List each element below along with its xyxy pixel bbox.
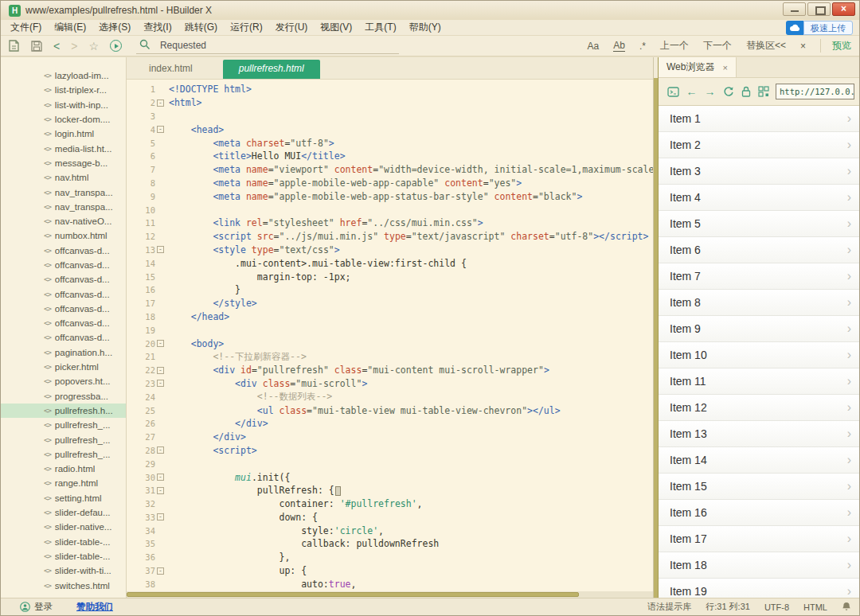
code-line[interactable]: 21 <!--下拉刷新容器--> — [127, 350, 653, 364]
fold-toggle-icon[interactable]: - — [157, 567, 164, 575]
save-button[interactable] — [31, 41, 42, 52]
lock-icon[interactable] — [741, 86, 751, 97]
bookmark-star-icon[interactable]: ☆ — [88, 40, 99, 53]
file-item[interactable]: <>list-with-inp... — [1, 98, 126, 112]
code-line[interactable]: 31- pullRefresh: { — [127, 484, 653, 497]
file-item[interactable]: <>popovers.ht... — [1, 374, 126, 388]
notification-bell-icon[interactable] — [842, 602, 851, 612]
code-line[interactable]: 24 <!--数据列表--> — [127, 390, 653, 404]
file-item[interactable]: <>switches.html — [1, 578, 126, 592]
code-line[interactable]: 7 <meta name="viewport" content="width=d… — [127, 163, 653, 177]
menu-item-2[interactable]: 编辑(E) — [54, 21, 86, 34]
file-item[interactable]: <>picker.html — [1, 360, 126, 374]
horizontal-scrollbar-thumb[interactable] — [127, 592, 579, 597]
file-item[interactable]: <>setting.html — [1, 491, 126, 505]
code-line[interactable]: 18 </head> — [127, 310, 653, 324]
file-item[interactable]: <>pullrefresh_... — [1, 447, 126, 462]
new-file-button[interactable] — [9, 40, 20, 52]
file-item[interactable]: <>slider-native... — [1, 520, 126, 534]
code-line[interactable]: 33- down: { — [127, 511, 653, 524]
code-line[interactable]: 29 — [127, 457, 653, 470]
address-bar-input[interactable]: http://127.0.0.1:8 — [776, 84, 854, 99]
list-item[interactable]: Item 18› — [659, 552, 859, 579]
code-line[interactable]: 13- <style type="text/css"> — [127, 244, 653, 257]
menu-item-1[interactable]: 文件(F) — [10, 21, 41, 34]
code-line[interactable]: 6 <title>Hello MUI</title> — [127, 150, 653, 163]
fold-toggle-icon[interactable]: - — [157, 474, 164, 481]
file-item[interactable]: <>nav_transpa... — [1, 200, 126, 214]
browser-forward-icon[interactable]: → — [705, 85, 716, 98]
close-find-button[interactable]: × — [800, 41, 806, 52]
preview-button[interactable]: 预览 — [820, 39, 851, 53]
fold-toggle-icon[interactable]: - — [157, 340, 164, 347]
code-line[interactable]: 4- <head> — [127, 123, 653, 136]
list-item[interactable]: Item 4› — [659, 185, 859, 211]
file-item[interactable]: <>offcanvas-d... — [1, 287, 126, 301]
file-item[interactable]: <>pullrefresh_... — [1, 418, 126, 432]
list-item[interactable]: Item 19› — [659, 579, 859, 598]
syntax-lib-button[interactable]: 语法提示库 — [647, 601, 691, 613]
file-item[interactable]: <>message-b... — [1, 156, 126, 170]
code-line[interactable]: 16 } — [127, 283, 653, 297]
file-item[interactable]: <>list-triplex-r... — [1, 83, 126, 97]
list-item[interactable]: Item 17› — [659, 526, 859, 552]
menu-item-10[interactable]: 帮助(Y) — [409, 21, 441, 34]
file-item[interactable]: <>pagination.h... — [1, 345, 126, 360]
menu-item-6[interactable]: 运行(R) — [230, 21, 263, 34]
browser-refresh-icon[interactable] — [723, 86, 734, 97]
code-line[interactable]: 9 <meta name="apple-mobile-web-app-statu… — [127, 189, 653, 203]
code-line[interactable]: 27 </div> — [127, 431, 653, 444]
filetype-indicator[interactable]: HTML — [803, 602, 827, 612]
code-line[interactable]: 1<!DOCTYPE html> — [127, 83, 653, 96]
list-item[interactable]: Item 7› — [659, 263, 859, 290]
code-line[interactable]: 19 — [127, 323, 653, 337]
file-item[interactable]: <>media-list.ht... — [1, 141, 126, 155]
cursor-position[interactable]: 行:31 列:31 — [706, 601, 750, 613]
code-line[interactable]: 11 <link rel="stylesheet" href="../css/m… — [127, 216, 653, 230]
list-item[interactable]: Item 15› — [659, 474, 859, 500]
list-item[interactable]: Item 2› — [659, 132, 859, 158]
fold-toggle-icon[interactable]: - — [157, 126, 164, 133]
code-line[interactable]: 30- mui.init({ — [127, 470, 653, 484]
find-previous-button[interactable]: 上一个 — [660, 39, 689, 53]
login-button[interactable]: 登录 — [20, 601, 53, 613]
file-item[interactable]: <>slider-table-... — [1, 549, 126, 563]
minimize-button[interactable] — [783, 2, 806, 16]
forward-button[interactable]: > — [71, 40, 77, 53]
code-line[interactable]: 22- <div id="pullrefresh" class="mui-con… — [127, 364, 653, 377]
run-button[interactable] — [110, 40, 122, 52]
code-line[interactable]: 28- <script> — [127, 444, 653, 458]
file-item[interactable]: <>progressba... — [1, 389, 126, 404]
code-line[interactable]: 23- <div class="mui-scroll"> — [127, 377, 653, 391]
list-item[interactable]: Item 6› — [659, 237, 859, 263]
file-item[interactable]: <>pullrefresh_... — [1, 432, 126, 446]
regex-toggle[interactable]: .* — [639, 41, 646, 52]
list-item[interactable]: Item 3› — [659, 158, 859, 185]
code-line[interactable]: 3 — [127, 110, 653, 123]
file-item[interactable]: <>offcanvas-d... — [1, 330, 126, 345]
list-item[interactable]: Item 13› — [659, 421, 859, 447]
code-line[interactable]: 10 — [127, 203, 653, 216]
sponsor-link[interactable]: 赞助我们 — [76, 601, 113, 613]
code-line[interactable]: 17 </style> — [127, 297, 653, 310]
close-button[interactable]: × — [832, 2, 855, 16]
maximize-button[interactable] — [807, 2, 831, 16]
menu-item-7[interactable]: 发行(U) — [276, 21, 308, 34]
file-item[interactable]: <>radio.html — [1, 462, 126, 476]
encoding-indicator[interactable]: UTF-8 — [764, 602, 789, 612]
file-item[interactable]: <>offcanvas-d... — [1, 316, 126, 330]
tab-web-browser[interactable]: Web浏览器 × — [659, 57, 737, 77]
match-word-toggle[interactable]: Ab — [613, 40, 625, 52]
find-next-button[interactable]: 下一个 — [703, 39, 732, 53]
code-line[interactable]: 37- up: { — [127, 564, 653, 578]
menu-item-8[interactable]: 视图(V) — [320, 21, 352, 34]
file-item[interactable]: <>locker-dom.... — [1, 112, 126, 127]
list-item[interactable]: Item 9› — [659, 316, 859, 342]
file-item[interactable]: <>nav.html — [1, 170, 126, 185]
code-line[interactable]: 38 auto:true, — [127, 577, 653, 591]
match-case-toggle[interactable]: Aa — [588, 41, 600, 52]
code-line[interactable]: 15 margin-top: -1px; — [127, 270, 653, 283]
back-button[interactable]: < — [53, 40, 60, 53]
list-item[interactable]: Item 5› — [659, 211, 859, 237]
code-line[interactable]: 26 </div> — [127, 417, 653, 431]
